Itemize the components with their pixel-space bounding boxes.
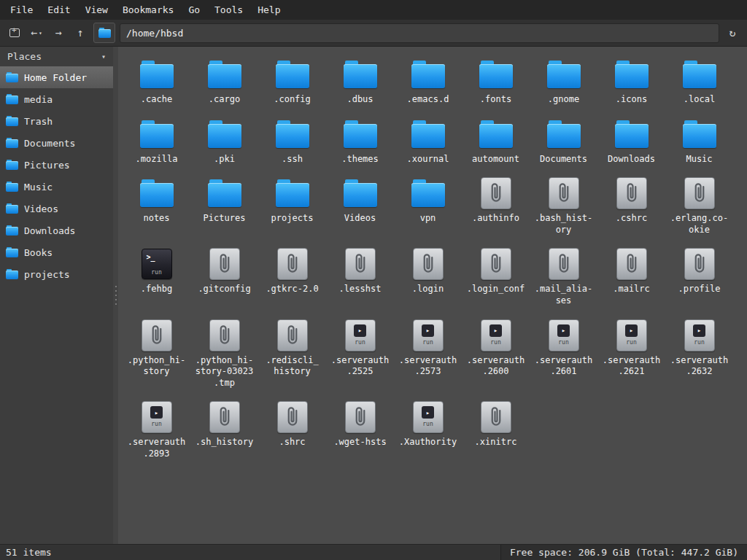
new-tab-button[interactable]	[6, 23, 23, 42]
file-item[interactable]: ▸run .serverauth .2600	[462, 314, 530, 396]
file-item[interactable]: Pictures	[190, 171, 258, 242]
sidebar-item-documents[interactable]: Documents	[0, 132, 113, 154]
reload-button[interactable]: ↻	[724, 23, 741, 42]
file-item[interactable]: .gtkrc-2.0	[258, 242, 326, 313]
file-item[interactable]: automount	[462, 112, 530, 172]
file-item[interactable]: .gitconfig	[190, 242, 258, 313]
file-item[interactable]: .themes	[326, 112, 394, 172]
sidebar-item-pictures[interactable]: Pictures	[0, 154, 113, 176]
menu-bookmarks[interactable]: Bookmarks	[115, 1, 181, 18]
file-item[interactable]: .authinfo	[462, 171, 530, 242]
file-label: Pictures	[204, 213, 246, 225]
back-button[interactable]: ← ▾	[28, 23, 45, 42]
file-item[interactable]: >_run .fehbg	[123, 242, 190, 313]
file-item[interactable]: .fonts	[462, 52, 530, 112]
sidebar-item-label: Downloads	[24, 225, 75, 236]
file-icon	[345, 401, 376, 433]
file-item[interactable]: ▸run .Xauthority	[394, 395, 462, 466]
sidebar-item-videos[interactable]: Videos	[0, 198, 113, 219]
sidebar-item-books[interactable]: Books	[0, 241, 113, 263]
file-item[interactable]: .cargo	[190, 52, 258, 112]
file-item[interactable]: Documents	[530, 112, 597, 172]
file-label: .gtkrc-2.0	[266, 284, 318, 295]
sidebar-item-home-folder[interactable]: Home Folder	[0, 66, 113, 88]
file-label: .fonts	[480, 94, 511, 106]
file-item[interactable]: ▸run .serverauth .2621	[597, 314, 665, 396]
file-item[interactable]: notes	[123, 171, 190, 242]
file-item[interactable]: .python_hi- story	[123, 314, 190, 396]
file-item[interactable]: .cshrc	[597, 171, 665, 242]
file-label: .themes	[341, 154, 379, 166]
file-icon-slot	[277, 400, 308, 435]
sidebar-item-projects[interactable]: projects	[0, 263, 113, 285]
file-item[interactable]: .xournal	[394, 112, 462, 172]
file-item[interactable]: .login	[394, 242, 462, 313]
pane-splitter[interactable]	[113, 47, 118, 544]
file-item[interactable]: .gnome	[530, 52, 597, 112]
file-item[interactable]: .wget-hsts	[326, 395, 394, 466]
file-item[interactable]: .config	[258, 52, 326, 112]
file-icon-slot	[413, 246, 444, 281]
file-item[interactable]: ▸run .serverauth .2573	[394, 314, 462, 396]
file-item[interactable]: Downloads	[597, 112, 665, 172]
file-item[interactable]: .mailrc	[597, 242, 665, 313]
file-item[interactable]: .lesshst	[326, 242, 394, 313]
file-item[interactable]: Music	[665, 112, 733, 172]
file-label: .dbus	[347, 94, 373, 106]
menu-edit[interactable]: Edit	[40, 1, 77, 18]
file-item[interactable]: .ssh	[258, 112, 326, 172]
file-item[interactable]: .erlang.co- okie	[665, 171, 733, 242]
folder-icon	[208, 119, 241, 149]
new-tab-icon	[9, 28, 20, 37]
file-item[interactable]: .emacs.d	[394, 52, 462, 112]
file-label: .local	[684, 94, 715, 106]
file-label: .wget-hsts	[333, 437, 386, 448]
sidebar-item-media[interactable]: media	[0, 88, 113, 110]
file-icon-slot: ▸run	[549, 318, 579, 353]
file-item[interactable]: ▸run .serverauth .2632	[665, 314, 733, 396]
up-button[interactable]: ↑	[71, 23, 89, 42]
file-icon-slot	[208, 57, 241, 92]
file-item[interactable]: Videos	[326, 171, 394, 242]
file-item[interactable]: .xinitrc	[462, 395, 530, 466]
file-icon-slot	[479, 57, 513, 92]
file-label: .mail_alia- ses	[535, 284, 592, 306]
file-item[interactable]: projects	[258, 171, 326, 242]
sidebar-item-label: Home Folder	[24, 72, 87, 83]
menu-help[interactable]: Help	[250, 1, 287, 18]
file-item[interactable]: .mail_alia- ses	[530, 242, 597, 313]
file-item[interactable]: .python_hi- story-03023 .tmp	[190, 314, 258, 396]
forward-button[interactable]: →	[50, 23, 67, 42]
menu-tools[interactable]: Tools	[207, 1, 250, 18]
menu-view[interactable]: View	[78, 1, 115, 18]
file-icon-slot	[547, 57, 581, 92]
file-item[interactable]: .login_conf	[462, 242, 530, 313]
file-item[interactable]: .icons	[597, 52, 665, 112]
path-input[interactable]	[120, 23, 719, 43]
file-item[interactable]: .pki	[190, 112, 258, 172]
sidebar-item-music[interactable]: Music	[0, 176, 113, 198]
file-item[interactable]: .cache	[123, 52, 190, 112]
file-item[interactable]: .dbus	[326, 52, 394, 112]
sidebar-item-label: Music	[24, 182, 53, 192]
sidebar-item-downloads[interactable]: Downloads	[0, 219, 113, 241]
file-item[interactable]: .shrc	[258, 395, 326, 466]
file-item[interactable]: ▸run .serverauth .2893	[123, 395, 190, 466]
file-item[interactable]: .rediscli_ history	[258, 314, 326, 396]
file-item[interactable]: .mozilla	[123, 112, 190, 172]
location-icon-button[interactable]	[93, 23, 115, 43]
sidebar-item-trash[interactable]: Trash	[0, 110, 113, 132]
file-label: .login	[412, 284, 444, 295]
menu-go[interactable]: Go	[181, 1, 207, 18]
folder-icon	[344, 119, 377, 149]
file-item[interactable]: .local	[665, 52, 733, 112]
file-item[interactable]: vpn	[394, 171, 462, 242]
file-item[interactable]: ▸run .serverauth .2601	[530, 314, 597, 396]
file-item[interactable]: .profile	[665, 242, 733, 313]
play-icon: ▸	[557, 324, 570, 337]
file-item[interactable]: ▸run .serverauth .2525	[326, 314, 394, 396]
file-item[interactable]: .sh_history	[190, 395, 258, 466]
file-item[interactable]: .bash_hist- ory	[530, 171, 597, 242]
places-selector[interactable]: Places ▾	[0, 47, 113, 66]
menu-file[interactable]: File	[3, 1, 40, 18]
